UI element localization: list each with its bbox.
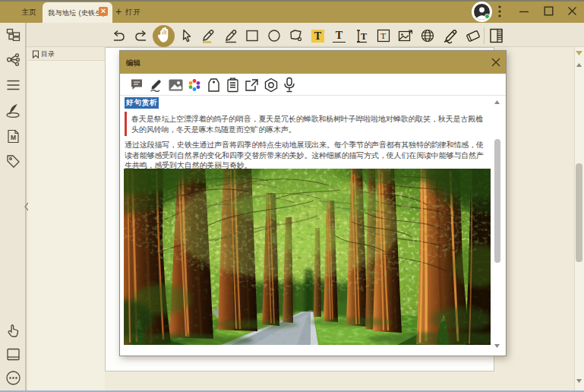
svg-text:T: T [380,31,386,40]
svg-text:M: M [11,134,16,141]
svg-text:T: T [361,31,367,42]
